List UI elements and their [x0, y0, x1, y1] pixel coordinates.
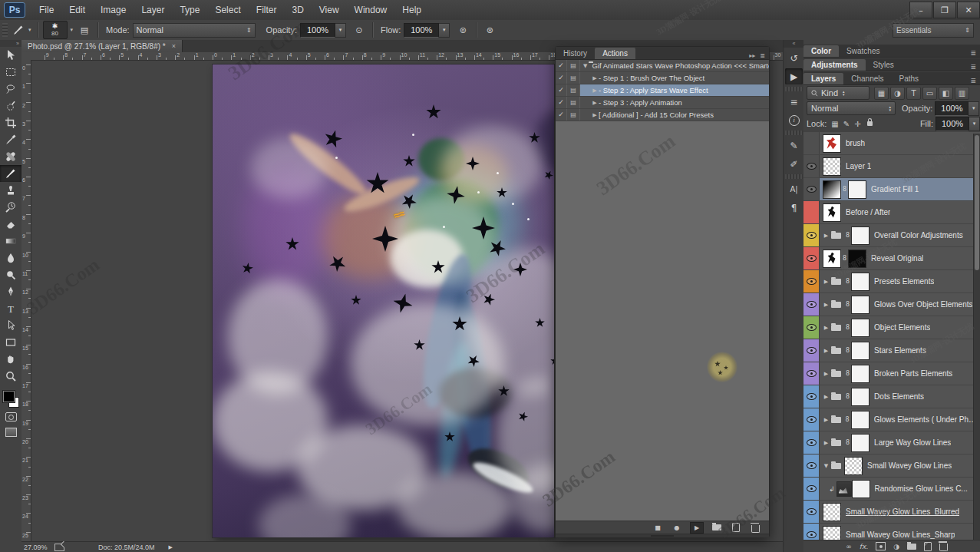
filter-shape-icon[interactable]: ▭ [922, 87, 937, 100]
eye-icon[interactable] [807, 347, 817, 354]
filter-effects-icon[interactable]: ▥ [955, 87, 969, 100]
quick-selection-tool[interactable] [0, 98, 21, 114]
tab-channels[interactable]: Channels [843, 73, 891, 84]
layer-name[interactable]: Small Wavey Glow Lines_Sharp [846, 531, 955, 539]
layer-mask-thumbnail[interactable] [851, 226, 869, 245]
eye-icon[interactable] [807, 531, 817, 538]
tab-history[interactable]: History [556, 48, 595, 59]
layer-thumbnail[interactable] [823, 180, 841, 199]
action-check-icon[interactable]: ✓ [556, 84, 567, 96]
pressure-size-icon[interactable]: ⊛ [481, 22, 498, 38]
layer-row-content[interactable]: ▼Small Wavey Glow Lines [820, 454, 980, 477]
mask-link-icon[interactable]: 8 [846, 324, 850, 331]
layer-row[interactable]: 8Reveal Original [803, 247, 980, 270]
layer-row[interactable]: ▶8Large Way Glow Lines [803, 431, 980, 454]
layer-name[interactable]: Gradient Fill 1 [871, 185, 919, 193]
layer-row-content[interactable]: ▶8Stars Elements [820, 339, 980, 362]
shape-tool[interactable] [0, 334, 21, 351]
properties-panel-icon[interactable]: ≡ [785, 94, 803, 110]
filter-pixel-icon[interactable]: ▦ [874, 87, 889, 100]
layer-name[interactable]: Presets Elements [874, 277, 934, 286]
layer-row[interactable]: 8Gradient Fill 1 [803, 178, 980, 201]
action-row[interactable]: ✓▤▼Gif Animated Stars Wave Photoshop Act… [556, 60, 769, 72]
layer-mask-thumbnail[interactable] [848, 180, 866, 199]
layer-mask-thumbnail[interactable] [851, 342, 869, 360]
layer-row-content[interactable]: Before / After [820, 201, 980, 223]
filter-adjustment-icon[interactable]: ◑ [890, 87, 905, 100]
layer-row[interactable]: ▼Small Wavey Glow Lines [803, 454, 980, 478]
layer-visibility-cell[interactable] [803, 201, 820, 223]
adjustment-layer-icon[interactable]: ◑ [893, 543, 899, 550]
layer-thumbnail[interactable] [823, 203, 841, 222]
layer-name[interactable]: Small Wavey Glow Lines [867, 461, 952, 470]
layer-fill-field[interactable]: 100% [935, 117, 969, 131]
maximize-button[interactable]: ❐ [933, 2, 956, 18]
panel-menu-icon[interactable]: ≣ [760, 52, 765, 59]
tab-paths[interactable]: Paths [892, 73, 927, 84]
document-tab[interactable]: Photo.psd @ 27.1% (Layer 1, RGB/8#) * × [21, 40, 183, 52]
layer-row-content[interactable]: Small Wavey Glow Lines_Blurred [820, 501, 980, 523]
mask-link-icon[interactable]: 8 [846, 393, 850, 400]
minimize-button[interactable]: – [909, 2, 932, 18]
eye-icon[interactable] [807, 393, 817, 400]
layer-visibility-cell[interactable] [803, 362, 820, 385]
marquee-tool[interactable] [0, 64, 21, 81]
expand-triangle-icon[interactable]: ▼ [583, 63, 587, 69]
record-button[interactable]: ● [671, 523, 683, 533]
clone-stamp-tool[interactable] [0, 182, 21, 199]
flow-drop-arrow[interactable]: ▾ [439, 23, 450, 38]
tab-actions[interactable]: Actions [595, 48, 635, 59]
canvas[interactable]: ≈≈ [213, 64, 554, 537]
screen-mode-icon[interactable] [0, 425, 21, 440]
document-close-icon[interactable]: × [172, 42, 176, 50]
group-expand-triangle[interactable]: ▶ [823, 233, 830, 239]
new-set-button[interactable] [711, 523, 723, 533]
filter-kind-dropdown[interactable]: Kind ▴▾ [807, 86, 869, 100]
menu-select[interactable]: Select [207, 0, 248, 20]
link-layers-icon[interactable]: ∞ [846, 543, 852, 550]
lock-position-icon[interactable]: ✛ [854, 120, 860, 128]
layer-visibility-cell[interactable] [803, 385, 820, 408]
quick-mask-mode-icon[interactable] [0, 409, 21, 425]
tab-adjustments[interactable]: Adjustments [803, 59, 866, 71]
group-expand-triangle[interactable]: ▶ [823, 279, 830, 285]
layer-opacity-field[interactable]: 100% [935, 101, 968, 116]
layer-row[interactable]: ▶8Overall Color Adjustments [803, 224, 980, 247]
current-tool-brush-icon[interactable] [10, 22, 27, 38]
tool-preset-arrow[interactable]: ▾ [28, 27, 31, 33]
layer-name[interactable]: Glows Over Object Elements [874, 300, 972, 309]
foreground-color-swatch[interactable] [3, 391, 15, 402]
layer-row-content[interactable]: ▶8Glows Elements ( Under Photo ) [820, 408, 980, 431]
eye-icon[interactable] [807, 439, 817, 446]
expand-triangle-icon[interactable]: ▶ [591, 88, 599, 94]
new-action-button[interactable] [730, 523, 742, 533]
brush-presets-panel-icon[interactable]: ✐ [785, 156, 803, 172]
brush-tool[interactable] [0, 165, 21, 182]
filter-type-icon[interactable]: T [906, 87, 921, 100]
menu-window[interactable]: Window [347, 0, 395, 20]
layer-row[interactable]: ▶8Presets Elements [803, 270, 980, 293]
action-check-icon[interactable]: ✓ [556, 72, 567, 84]
layer-thumbnail[interactable] [823, 134, 841, 153]
new-layer-icon[interactable] [924, 542, 932, 551]
menu-3d[interactable]: 3D [284, 0, 311, 20]
tab-styles[interactable]: Styles [866, 59, 902, 71]
action-dialog-icon[interactable]: ▤ [567, 97, 580, 108]
menu-file[interactable]: File [31, 0, 61, 20]
layer-row[interactable]: Small Wavey Glow Lines_Sharp [803, 524, 980, 540]
layer-fill-arrow[interactable]: ▾ [969, 117, 980, 131]
layer-thumbnail[interactable] [844, 457, 863, 475]
action-row[interactable]: ✓▤▶- Step 3 : Apply Animation [556, 97, 769, 109]
layer-mask-thumbnail[interactable] [851, 434, 869, 452]
brush-preset-arrow[interactable]: ▾ [71, 27, 74, 33]
panel-menu-icon[interactable]: ≣ [970, 49, 980, 57]
type-tool[interactable]: T [0, 300, 21, 317]
layer-name[interactable]: Randomise Glow Lines C... [875, 484, 968, 493]
new-group-icon[interactable] [907, 544, 916, 550]
paragraph-panel-icon[interactable]: ¶ [785, 200, 803, 216]
layer-name[interactable]: Object Elements [874, 323, 930, 332]
mask-link-icon[interactable]: 8 [846, 278, 850, 285]
eye-icon[interactable] [807, 508, 817, 515]
layer-thumbnail[interactable] [823, 526, 841, 540]
layer-row[interactable]: ↲Randomise Glow Lines C... [803, 478, 980, 501]
